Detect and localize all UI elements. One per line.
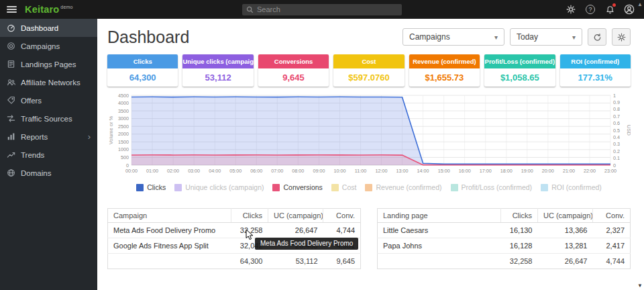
app-logo[interactable]: Keitarodemo (25, 4, 73, 15)
column-header-conv[interactable]: Conv. (323, 209, 361, 223)
column-header-uc-campaign[interactable]: UC (campaign) (268, 209, 323, 223)
svg-text:17:00: 17:00 (480, 168, 492, 174)
legend-swatch (451, 184, 458, 191)
svg-text:04:00: 04:00 (209, 168, 221, 174)
metric-card-clicks: Clicks64,300 (107, 54, 178, 87)
notification-dot (612, 3, 616, 7)
totals-row: 64,30053,1129,645 (108, 254, 361, 269)
sidebar-item-label: Reports (21, 133, 48, 141)
logo-demo-badge: demo (60, 5, 72, 9)
metric-card-label: Revenue (confirmed) (409, 54, 480, 68)
bell-icon[interactable] (604, 4, 615, 15)
legend-item-clicks[interactable]: Clicks (136, 183, 166, 191)
menu-icon[interactable] (7, 5, 17, 14)
legend-label: Cost (342, 183, 357, 191)
sidebar-item-reports[interactable]: Reports› (0, 128, 97, 146)
totals-cell: 26,647 (538, 254, 593, 269)
legend-item-roi-confirmed[interactable]: ROI (confirmed) (541, 183, 602, 191)
table-row[interactable]: Papa Johns16,12813,2812,417 (378, 238, 631, 254)
svg-text:0.3: 0.3 (613, 141, 620, 147)
sidebar-item-landings-pages[interactable]: Landings Pages (0, 55, 97, 73)
svg-text:02:00: 02:00 (167, 168, 179, 174)
sidebar-item-label: Landings Pages (21, 60, 76, 68)
column-header-clicks[interactable]: Clicks (231, 209, 268, 223)
table-row[interactable]: Meta Ads Food Delivery Promo32,25826,647… (108, 223, 361, 238)
sidebar-item-dashboard[interactable]: Dashboard (0, 19, 97, 37)
refresh-button[interactable] (588, 28, 606, 46)
svg-text:09:00: 09:00 (313, 168, 325, 174)
svg-text:16:00: 16:00 (459, 168, 471, 174)
table-row[interactable]: Little Caesars16,13013,3662,327 (378, 223, 631, 238)
totals-cell (108, 254, 231, 269)
search-bar[interactable] (242, 4, 402, 15)
metric-card-label: Profit/Loss (confirmed) (484, 54, 555, 68)
svg-text:0.4: 0.4 (613, 134, 620, 140)
sidebar-item-traffic-sources[interactable]: Traffic Sources (0, 109, 97, 128)
legend-item-unique-clicks-campaign[interactable]: Unique clicks (campaign) (174, 183, 264, 191)
topbar-actions: ? (566, 4, 635, 15)
landings-icon (7, 60, 15, 68)
column-header-clicks[interactable]: Clicks (501, 209, 538, 223)
svg-text:06:00: 06:00 (250, 168, 262, 174)
row-value-cell: 16,128 (501, 238, 538, 254)
mouse-cursor (246, 229, 255, 244)
legend-label: Conversions (283, 183, 322, 191)
scroll-up-arrow[interactable]: ▲ (637, 1, 643, 7)
svg-text:03:00: 03:00 (188, 168, 200, 174)
column-header-landing-page[interactable]: Landing page (378, 209, 501, 223)
search-input[interactable] (257, 5, 398, 13)
metric-card-revenue-confirmed: Revenue (confirmed)$1,655.73 (409, 54, 480, 87)
row-name-cell: Google Ads Fitness App Split (108, 238, 231, 254)
svg-text:21:00: 21:00 (563, 168, 575, 174)
svg-text:13:00: 13:00 (396, 168, 409, 174)
dashboard-icon (7, 23, 15, 32)
totals-cell: 4,744 (593, 254, 631, 269)
sidebar-item-label: Campaigns (21, 42, 60, 50)
legend-swatch (541, 184, 548, 191)
scroll-down-arrow[interactable]: ▼ (637, 283, 643, 289)
help-icon[interactable]: ? (585, 4, 596, 15)
date-range-select[interactable]: Today ▾ (510, 28, 582, 46)
column-header-campaign[interactable]: Campaign (108, 209, 231, 223)
svg-text:01:00: 01:00 (146, 168, 158, 174)
traffic-chart: 00:0001:0002:0003:0004:0005:0006:0007:00… (107, 91, 631, 181)
row-value-cell: 16,130 (501, 223, 538, 238)
legend-label: ROI (confirmed) (551, 183, 602, 191)
row-name-cell: Papa Johns (378, 238, 501, 254)
sidebar-item-offers[interactable]: Offers (0, 91, 97, 109)
row-tooltip: Meta Ads Food Delivery Promo (255, 238, 358, 250)
metric-card-value: 177.31% (560, 68, 631, 87)
svg-text:0: 0 (613, 162, 616, 168)
metric-card-value: 9,645 (258, 68, 329, 87)
svg-text:2000: 2000 (118, 131, 129, 137)
legend-label: Unique clicks (campaign) (185, 183, 264, 191)
legend-swatch (174, 184, 182, 191)
legend-item-conversions[interactable]: Conversions (272, 183, 322, 191)
totals-cell: 64,300 (231, 254, 268, 269)
svg-text:500: 500 (121, 154, 129, 160)
legend-item-cost[interactable]: Cost (331, 183, 357, 191)
dashboard-settings-button[interactable] (612, 28, 631, 46)
column-header-uc-campaign[interactable]: UC (campaign) (538, 209, 593, 223)
legend-item-revenue-confirmed[interactable]: Revenue (confirmed) (365, 183, 441, 191)
sidebar-item-campaigns[interactable]: Campaigns (0, 37, 97, 55)
metric-card-label: Unique clicks (campaign) (182, 54, 253, 68)
row-value-cell: 13,366 (538, 223, 593, 238)
campaigns-filter-select[interactable]: Campaigns ▾ (402, 28, 504, 46)
sidebar-item-domains[interactable]: Domains (0, 164, 97, 182)
sidebar-item-affiliate-networks[interactable]: Affiliate Networks (0, 73, 97, 91)
trends-icon (7, 150, 15, 159)
svg-text:11:00: 11:00 (355, 168, 366, 174)
offers-icon (7, 96, 15, 105)
legend-item-profit-loss-confirmed[interactable]: Profit/Loss (confirmed) (451, 183, 533, 191)
gear-icon[interactable] (566, 4, 576, 15)
avatar-icon[interactable] (624, 4, 635, 15)
sidebar-item-trends[interactable]: Trends (0, 146, 97, 164)
chevron-down-icon: ▾ (494, 34, 498, 41)
svg-text:1000: 1000 (118, 146, 129, 152)
campaigns-icon (7, 42, 15, 50)
chevron-down-icon: ▾ (572, 34, 576, 41)
row-value-cell: 2,417 (593, 238, 631, 254)
legend-swatch (365, 184, 372, 191)
column-header-conv[interactable]: Conv. (593, 209, 631, 223)
